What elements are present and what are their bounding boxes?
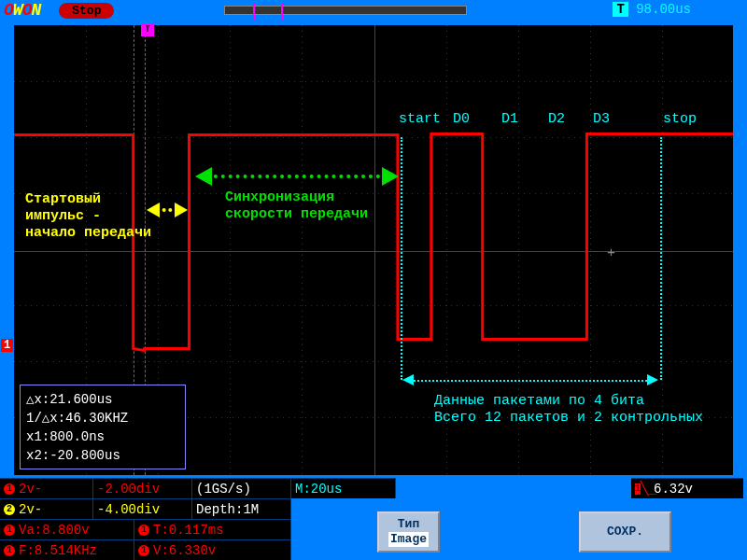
start-pulse-annotation: начало передачи [25, 225, 151, 241]
cyan-arrow-icon [410, 380, 651, 382]
ch2-position: -4.00div [93, 498, 192, 519]
start-pulse-annotation: Стартовый [25, 191, 101, 207]
measure-period: 1T:0.117ms [134, 519, 291, 539]
trigger-level[interactable]: 1╲_6.32v [631, 478, 743, 498]
measure-freq: 1F:8.514KHz [0, 539, 134, 560]
ch2-coupling[interactable]: 22v- [0, 498, 93, 519]
ch1-position: -2.00div [93, 478, 192, 498]
bit-label: D2 [548, 111, 565, 127]
sync-annotation: скорости передачи [225, 206, 368, 222]
status-bar: 12v- -2.00div (1GS/s) M:20us 1╲_6.32v 22… [0, 478, 747, 560]
cursor-x2: x2:-20.800us [26, 446, 179, 465]
bit-label: D1 [501, 111, 518, 127]
bit-label: stop [663, 111, 697, 127]
packet-annotation: Данные пакетами по 4 бита [434, 393, 644, 409]
run-status[interactable]: Stop [59, 3, 114, 19]
packet-annotation: Всего 12 пакетов и 2 контрольных [434, 410, 703, 426]
start-pulse-annotation: импульс - [25, 208, 101, 224]
ch1-ground-marker: 1 [1, 339, 13, 352]
waveform-display[interactable]: T 1 start D0 D1 D2 D3 stop Стартовый имп… [13, 24, 734, 476]
time-offset-readout: T 98.00us [613, 2, 691, 17]
menu-save-button[interactable]: COXP. [579, 511, 671, 553]
cursor-dx: △x:21.600us [26, 389, 179, 409]
sync-annotation: Синхронизация [225, 189, 334, 205]
bit-label: D0 [453, 111, 470, 127]
yellow-arrow-icon [156, 208, 178, 212]
horizontal-position-ruler[interactable] [224, 6, 467, 15]
cursor-freq: 1/△x:46.30KHZ [26, 409, 179, 427]
memory-depth: Depth:1M [192, 498, 291, 519]
bit-label: start [399, 111, 441, 127]
timebase[interactable]: M:20us [291, 478, 396, 498]
measure-volt: 1V:6.330v [134, 539, 291, 560]
bit-label: D3 [593, 111, 610, 127]
trigger-cross-icon: + [607, 245, 615, 261]
cyan-bracket-right [660, 137, 662, 380]
green-arrow-icon [206, 175, 388, 178]
top-bar: OWON Stop T 98.00us [0, 0, 747, 21]
measure-va: 1Va:8.800v [0, 519, 134, 539]
sample-rate: (1GS/s) [192, 478, 291, 498]
ch1-coupling[interactable]: 12v- [0, 478, 93, 498]
cyan-bracket-left [401, 137, 402, 380]
logo: OWON [4, 1, 40, 20]
menu-type-button[interactable]: Тип Image [377, 511, 440, 553]
cursor-x1: x1:800.0ns [26, 427, 179, 446]
cursor-readout-box: △x:21.600us 1/△x:46.30KHZ x1:800.0ns x2:… [20, 385, 186, 469]
